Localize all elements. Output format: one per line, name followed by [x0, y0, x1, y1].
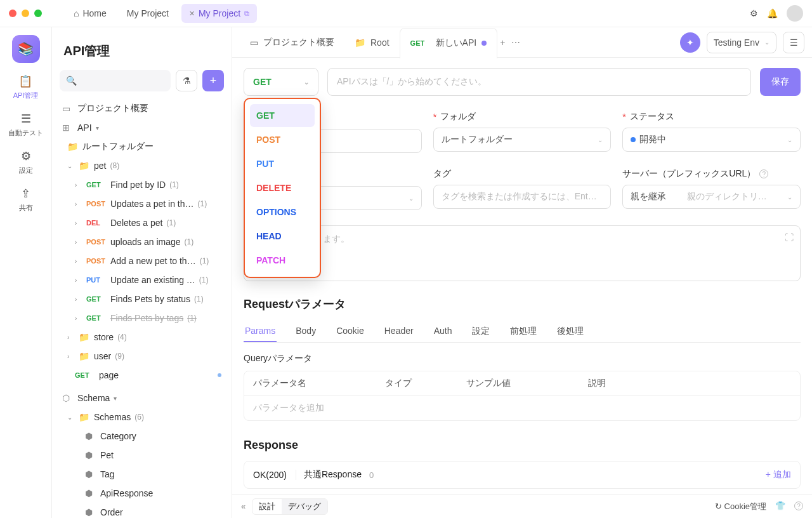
response-common[interactable]: 共通Response [304, 469, 362, 481]
tag-input[interactable]: タグを検索または作成するには、Ent… [433, 185, 612, 209]
api-item[interactable]: ›GETFinds Pets by status(1) [57, 289, 226, 309]
tree-label: Schema [77, 393, 110, 403]
save-button[interactable]: 保存 [760, 68, 801, 96]
rail-settings[interactable]: ⚙ 設定 [19, 149, 33, 175]
api-item[interactable]: ›GETFind pet by ID(1) [57, 175, 226, 194]
filter-button[interactable]: ⚗ [176, 70, 197, 91]
method-option-put[interactable]: PUT [250, 152, 315, 175]
method-option-options[interactable]: OPTIONS [250, 201, 315, 223]
method-option-post[interactable]: POST [250, 128, 315, 151]
description-textarea[interactable]: マットが使用できます。 ⛶ [244, 225, 801, 281]
method-select[interactable]: GET ⌄ GET POST PUT DELETE OPTIONS HEAD P… [244, 68, 318, 96]
collapse-icon[interactable]: « [241, 501, 246, 511]
search-icon: 🔍 [66, 76, 77, 86]
schemas-folder[interactable]: ⌄📁Schemas(6) [57, 408, 226, 427]
close-icon[interactable]: ✕ [189, 10, 195, 18]
tab-new-api[interactable]: GET 新しいAPI [400, 28, 498, 58]
home-tab[interactable]: ⌂ Home [66, 4, 114, 23]
project-tab-1[interactable]: My Project [119, 4, 176, 23]
api-section[interactable]: ⊞ API ▾ [57, 118, 226, 137]
schema-item[interactable]: ⬢Pet [57, 446, 226, 465]
tab-root[interactable]: 📁Root [344, 27, 400, 58]
server-select[interactable]: 親を継承親のディレクトリ…⌄ [622, 185, 801, 209]
schema-item[interactable]: ⬢ApiResponse [57, 484, 226, 503]
subtab-preprocess[interactable]: 前処理 [509, 321, 538, 342]
subtab-postprocess[interactable]: 後処理 [556, 321, 585, 342]
pet-folder[interactable]: ⌄ 📁 pet (8) [57, 156, 226, 175]
mode-segment[interactable]: 設計 デバッグ [252, 498, 328, 515]
folder-label: *フォルダ [433, 111, 612, 123]
schema-section[interactable]: ⬡Schema▾ [57, 388, 226, 408]
help-icon[interactable]: ? [759, 169, 768, 178]
chevron-down-icon: ⌄ [598, 136, 603, 143]
app-logo[interactable]: 📚 [12, 35, 40, 63]
minimize-window[interactable] [22, 10, 29, 17]
menu-button[interactable]: ☰ [783, 32, 804, 53]
search-input[interactable]: 🔍 [60, 70, 171, 91]
store-folder[interactable]: ›📁store(4) [57, 328, 226, 347]
rail-share[interactable]: ⇪ 共有 [19, 187, 33, 213]
api-item[interactable]: ›POSTuploads an image(1) [57, 232, 226, 251]
overview-icon: ▭ [62, 103, 74, 114]
status-select[interactable]: 開発中⌄ [622, 128, 801, 152]
chevron-down-icon: ⌄ [67, 414, 75, 421]
schema-item[interactable]: ⬢Order [57, 503, 226, 518]
mode-debug[interactable]: デバッグ [282, 499, 327, 514]
schema-item[interactable]: ⬢Category [57, 427, 226, 446]
gear-icon[interactable]: ⚙ [750, 8, 758, 18]
user-folder[interactable]: ›📁user(9) [57, 347, 226, 366]
avatar[interactable] [787, 5, 803, 22]
subtab-cookie[interactable]: Cookie [335, 321, 365, 342]
count: (4) [117, 333, 127, 342]
value: 親を継承 [631, 191, 666, 203]
help-button[interactable]: ? [794, 501, 803, 512]
api-item[interactable]: ›POSTUpdates a pet in th…(1) [57, 194, 226, 213]
window-controls[interactable] [9, 10, 42, 17]
method-option-head[interactable]: HEAD [250, 225, 315, 248]
add-response-button[interactable]: +追加 [766, 469, 791, 481]
api-item[interactable]: ›POSTAdd a new pet to th…(1) [57, 251, 226, 270]
chevron-icon: › [75, 258, 82, 265]
schema-item[interactable]: ⬢Tag [57, 465, 226, 484]
server-label: サーバー（プレフィックスURL）? [622, 168, 801, 180]
project-overview-item[interactable]: ▭ プロジェクト概要 [57, 99, 226, 118]
subtab-settings[interactable]: 設定 [471, 321, 491, 342]
method-option-patch[interactable]: PATCH [250, 249, 315, 272]
root-folder[interactable]: 📁 ルートフォルダー [57, 137, 226, 156]
subtab-header[interactable]: Header [383, 321, 415, 342]
maximize-window[interactable] [34, 10, 42, 17]
rail-autotest[interactable]: ☰ 自動テスト [8, 112, 43, 138]
home-label: Home [82, 8, 106, 18]
bell-icon[interactable]: 🔔 [767, 8, 778, 18]
folder-select[interactable]: ルートフォルダー⌄ [433, 128, 612, 152]
tree-label: API [77, 123, 92, 133]
response-ok[interactable]: OK(200) [253, 470, 296, 480]
rail-api[interactable]: 📋 API管理 [13, 74, 39, 100]
method-option-get[interactable]: GET [250, 104, 315, 127]
url-input[interactable]: APIパスは「/」から始めてください。 [327, 68, 751, 96]
subtab-auth[interactable]: Auth [433, 321, 454, 342]
api-item[interactable]: ›PUTUpdate an existing …(1) [57, 270, 226, 289]
overview-icon: ▭ [250, 37, 258, 48]
mode-design[interactable]: 設計 [252, 499, 282, 514]
api-item[interactable]: ›DELDeletes a pet(1) [57, 213, 226, 232]
close-window[interactable] [9, 10, 16, 17]
add-tab-button[interactable]: + [500, 37, 505, 48]
api-item-deprecated[interactable]: ›GETFinds Pets by tags(1) [57, 309, 226, 328]
folder-icon: 📁 [79, 351, 90, 361]
add-button[interactable]: + [202, 70, 224, 91]
shirt-icon[interactable]: 👕 [775, 501, 785, 512]
more-icon[interactable]: ⋯ [511, 37, 520, 48]
method-option-delete[interactable]: DELETE [250, 176, 315, 199]
param-empty-row[interactable]: パラメータを追加 [244, 396, 800, 420]
compass-button[interactable]: ✦ [680, 32, 700, 53]
subtab-params[interactable]: Params [244, 321, 277, 342]
subtab-body[interactable]: Body [294, 321, 317, 342]
page-api-item[interactable]: GETpage [57, 366, 226, 385]
value: ルートフォルダー [442, 134, 513, 145]
tab-overview[interactable]: ▭プロジェクト概要 [240, 27, 344, 58]
environment-select[interactable]: Testing Env⌄ [707, 32, 776, 53]
cookie-management[interactable]: ↻ Cookie管理 [715, 501, 766, 512]
project-tab-2-active[interactable]: ✕ My Project ⧉ [181, 4, 257, 23]
expand-icon[interactable]: ⛶ [785, 232, 794, 242]
